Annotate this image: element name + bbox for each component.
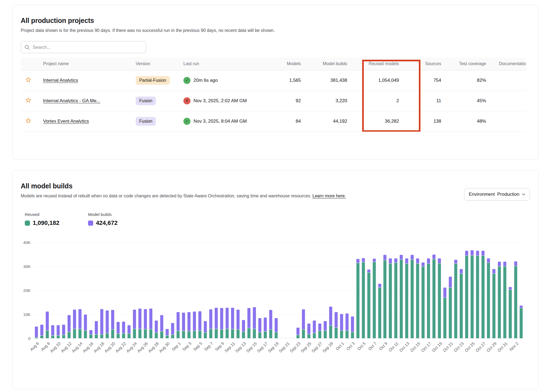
x-tick-label: Aug 26 xyxy=(136,341,149,354)
x-tick-label: Aug 28 xyxy=(147,341,160,354)
project-link[interactable]: Internal Analytics xyxy=(43,78,78,83)
bar-segment-model-builds xyxy=(356,259,360,263)
column-header-sources: Sources xyxy=(402,58,444,70)
run-success-icon: ✓ xyxy=(183,77,190,84)
bar-segment-reused xyxy=(432,259,436,338)
builds-card-subtitle-text: Models are reused instead of rebuilt whe… xyxy=(21,194,313,198)
x-tick-label: Sep 21 xyxy=(278,341,290,354)
sources-cell: 11 xyxy=(402,91,444,111)
x-tick-label: Oct 11 xyxy=(388,341,399,352)
last-run-time: Nov 3, 2025, 2:02 AM GM xyxy=(193,98,247,104)
bar xyxy=(420,242,426,338)
bar-segment-model-builds xyxy=(236,309,240,329)
bar-segment-model-builds xyxy=(367,269,371,272)
bar xyxy=(513,242,519,338)
models-cell: 84 xyxy=(273,111,304,131)
bar-segment-reused xyxy=(519,308,523,338)
bar-segment-reused xyxy=(373,262,376,338)
bar-segment-reused xyxy=(454,263,458,338)
bar-segment-reused xyxy=(421,266,425,338)
bar-segment-reused xyxy=(269,329,273,338)
bar xyxy=(257,242,262,338)
x-tick-label: Nov 2 xyxy=(508,341,519,352)
environment-dropdown-label: Environment xyxy=(469,192,495,197)
bar-segment-model-builds xyxy=(438,258,441,263)
bar-segment-model-builds xyxy=(95,321,98,334)
production-projects-card: All production projects Project data sho… xyxy=(12,5,538,159)
bar-segment-reused xyxy=(155,332,158,338)
bar xyxy=(388,242,393,338)
documentation-cell xyxy=(489,70,526,91)
model-builds-cell: 381,438 xyxy=(304,70,350,91)
bar-segment-reused xyxy=(389,263,392,338)
search-box[interactable] xyxy=(21,41,146,53)
bar-segment-model-builds xyxy=(40,324,44,335)
bar-segment-reused xyxy=(394,263,398,338)
project-link[interactable]: Internal Analytics - GA Me... xyxy=(43,98,100,103)
table-row: Vortex Event AnalyticsFusion✓Nov 3, 2025… xyxy=(21,111,526,131)
bar-segment-model-builds xyxy=(362,258,365,262)
bar xyxy=(437,242,442,338)
bar-segment-reused xyxy=(498,266,501,338)
bar-segment-model-builds xyxy=(399,255,403,260)
bar xyxy=(502,242,508,338)
star-icon xyxy=(25,76,32,83)
bar-segment-model-builds xyxy=(89,330,93,334)
favorite-star-button[interactable] xyxy=(25,117,32,124)
builds-card-subtitle: Models are reused instead of rebuilt whe… xyxy=(21,194,346,198)
column-header-project-name: Project name xyxy=(40,58,132,70)
column-header-star xyxy=(21,58,40,70)
column-header-model-builds: Model builds xyxy=(304,58,350,70)
search-input[interactable] xyxy=(32,44,142,50)
learn-more-link[interactable]: Learn more here. xyxy=(313,194,346,198)
project-link[interactable]: Vortex Event Analytics xyxy=(43,119,89,124)
favorite-star-button[interactable] xyxy=(25,97,32,103)
bar-segment-reused xyxy=(127,333,131,338)
x-tick-label: Oct 29 xyxy=(486,341,497,353)
bar xyxy=(508,242,513,338)
bar-segment-reused xyxy=(378,287,382,338)
bar xyxy=(311,242,317,338)
bar-segment-model-builds xyxy=(307,323,311,334)
bar xyxy=(45,242,50,338)
bar-segment-model-builds xyxy=(340,314,343,330)
bar-segment-model-builds xyxy=(165,329,169,336)
version-cell: Fusion xyxy=(132,111,180,131)
x-tick-label: Oct 31 xyxy=(496,341,508,353)
bar xyxy=(235,242,241,338)
y-tick-label: 10K xyxy=(23,312,31,317)
x-tick-label: Oct 3 xyxy=(346,341,356,351)
chart-x-axis: Aug 6Aug 8Aug 10Aug 12Aug 14Aug 16Aug 18… xyxy=(34,338,524,361)
bar-segment-reused xyxy=(481,255,485,338)
y-tick-label: 40K xyxy=(23,240,31,245)
x-tick-label: Aug 16 xyxy=(82,341,94,354)
run-success-icon: ✓ xyxy=(183,118,190,125)
bar-segment-reused xyxy=(62,335,65,338)
bar xyxy=(366,242,371,338)
bar-segment-model-builds xyxy=(258,318,262,332)
bar-segment-model-builds xyxy=(405,258,408,263)
bar-segment-reused xyxy=(416,263,419,338)
bar-segment-reused xyxy=(459,273,463,338)
bar-segment-reused xyxy=(340,330,343,338)
bar xyxy=(371,242,377,338)
bar xyxy=(279,242,284,338)
star-icon xyxy=(25,97,32,103)
bar xyxy=(448,242,453,338)
bar-segment-model-builds xyxy=(323,321,327,330)
favorite-star-button[interactable] xyxy=(25,76,32,83)
bar-segment-model-builds xyxy=(296,327,300,335)
legend-value-reused: 1,090,182 xyxy=(33,219,59,227)
table-row: Internal AnalyticsPartial-Fusion✓20m 6s … xyxy=(21,70,526,91)
project-name-cell: Internal Analytics - GA Me... xyxy=(40,91,132,111)
bar xyxy=(77,242,83,338)
environment-dropdown[interactable]: Environment Production xyxy=(464,188,530,201)
bar-segment-reused xyxy=(84,330,87,338)
bar-segment-model-builds xyxy=(389,258,392,263)
bar-segment-reused xyxy=(465,255,468,338)
column-header-models: Models xyxy=(273,58,304,70)
bar-segment-model-builds xyxy=(133,309,136,329)
bar-segment-model-builds xyxy=(144,309,147,329)
bar-segment-model-builds xyxy=(383,255,387,260)
chart-plot-area xyxy=(34,242,524,338)
